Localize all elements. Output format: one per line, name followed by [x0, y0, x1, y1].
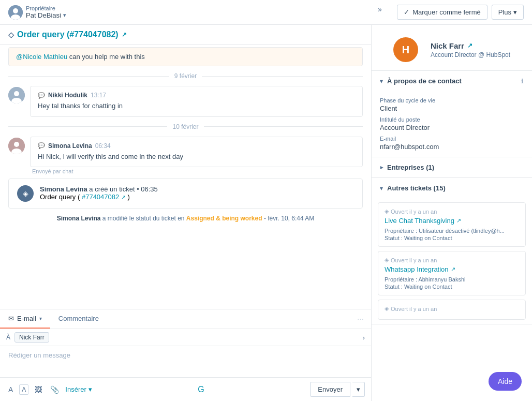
chat-meta-1: 💬 Nikki Hodulik 13:17 [38, 92, 355, 99]
top-bar: Propriétaire Pat DeBiasi ▾ ✓ Marquer com… [0, 0, 532, 25]
diamond-icon-2: ◈ [385, 257, 389, 263]
svg-point-1 [13, 8, 18, 13]
ticket-icon: ◇ [8, 31, 14, 39]
chat-bubble-1: 💬 Nikki Hodulik 13:17 Hey tal thanks for… [30, 86, 363, 117]
attachment-icon[interactable]: 📎 [48, 383, 61, 396]
image-icon[interactable]: 🖼 [33, 383, 44, 396]
job-label: Intitulé du poste [380, 116, 524, 123]
nicole-message: @Nicole Mathieu can you help me with thi… [8, 47, 363, 66]
avatar-nikki [8, 87, 25, 103]
mark-closed-button[interactable]: ✓ Marquer comme fermé [397, 5, 487, 20]
ticket-card-2-meta: ◈ Ouvert il y a un an [385, 257, 519, 263]
tab-email[interactable]: ✉ E-mail ▾ [0, 309, 50, 329]
font-size-icon[interactable]: A [6, 383, 15, 396]
svg-point-7 [14, 142, 19, 147]
ticket-external-link-icon: ↗ [121, 194, 126, 200]
email-icon: ✉ [8, 315, 14, 322]
nicole-mention-text: @Nicole Mathieu can you help me with thi… [16, 53, 145, 61]
section-companies: ▾ Entreprises (1) [372, 157, 532, 178]
chevron-about-icon: ▾ [380, 78, 383, 85]
svg-text:H: H [402, 44, 409, 55]
ticket1-external-link-icon[interactable]: ↗ [456, 217, 461, 224]
compose-area: ✉ E-mail ▾ Commentaire ⋯ À Nick Farr › R… [0, 309, 371, 401]
chevron-tickets-icon: ▾ [380, 185, 383, 192]
contact-info: Nick Farr ↗ Account Director @ HubSpot [431, 41, 510, 58]
section-companies-header[interactable]: ▾ Entreprises (1) [372, 157, 532, 177]
date-divider-2: 10 février [8, 123, 363, 130]
plus-button[interactable]: Plus ▾ [492, 5, 524, 20]
chat-meta-2: 💬 Simona Levina 06:34 [38, 142, 355, 150]
chevron-right-icon[interactable]: › [363, 334, 365, 341]
ticket-creator-line: Simona Levina a créé un ticket • 06:35 [40, 185, 354, 193]
aide-button[interactable]: Aide [489, 372, 522, 391]
tab-email-dropdown[interactable]: ▾ [39, 316, 42, 321]
compose-toolbar: A A 🖼 📎 Insérer ▾ G Envoyer ▾ [0, 377, 371, 401]
email-label: E-mail [380, 136, 524, 142]
section-about: ▾ À propos de ce contact ℹ Phase du cycl… [372, 71, 532, 157]
tab-comment[interactable]: Commentaire [50, 309, 107, 329]
chat-bubble-2: 💬 Simona Levina 06:34 Hi Nick, I will ve… [30, 137, 363, 168]
chat-bubble-2-wrapper: 💬 Simona Levina 06:34 Hi Nick, I will ve… [30, 137, 363, 175]
chevron-companies-icon: ▾ [378, 166, 385, 169]
text-format-icon[interactable]: A [19, 384, 28, 395]
job-value: Account Director [380, 124, 524, 131]
compose-tabs: ✉ E-mail ▾ Commentaire ⋯ [0, 309, 371, 329]
order-header: ◇ Order query (#774047082) ↗ [0, 25, 371, 45]
diamond-icon-1: ◈ [385, 208, 389, 215]
lifecycle-label: Phase du cycle de vie [380, 97, 524, 103]
to-line: À Nick Farr › [0, 329, 371, 346]
chat-area: @Nicole Mathieu can you help me with thi… [0, 45, 371, 309]
ticket-card-2-status: Statut : Waiting on Contact [385, 284, 519, 290]
top-bar-left: Propriétaire Pat DeBiasi ▾ [8, 5, 66, 20]
external-link-icon[interactable]: ↗ [122, 31, 127, 38]
svg-point-4 [14, 91, 19, 96]
lifecycle-value: Client [380, 105, 524, 112]
top-bar-actions: ✓ Marquer comme fermé Plus ▾ [397, 5, 524, 20]
section-tickets-header[interactable]: ▾ Autres tickets (15) [372, 178, 532, 198]
drag-handle: ⋯ [357, 309, 371, 329]
ticket-link-line: Order query ( #774047082 ↗ ) [40, 193, 354, 201]
email-value: nfarr@hubspot.com [380, 143, 524, 151]
ticket-card-3: ◈ Ouvert il y a un an [378, 300, 526, 320]
ticket-card-2-owner: Propriétaire : Abhimanyu Bakshi [385, 276, 519, 283]
diamond-icon-3: ◈ [385, 305, 389, 312]
chat-message-2: 💬 Simona Levina 06:34 Hi Nick, I will ve… [8, 137, 363, 175]
ticket-id-link[interactable]: #774047082 ↗ [82, 193, 128, 201]
chevron-down-icon: ▾ [513, 8, 517, 16]
chat-message-1: 💬 Nikki Hodulik 13:17 Hey tal thanks for… [8, 86, 363, 117]
status-change-line: Simona Levina a modifié le statut du tic… [8, 213, 363, 224]
section-tickets: ▾ Autres tickets (15) ◈ Ouvert il y a un… [372, 178, 532, 324]
section-about-body: Phase du cycle de vie Client Intitulé du… [372, 91, 532, 157]
chat-channel-icon-2: 💬 [38, 142, 45, 149]
send-buttons: Envoyer ▾ [310, 382, 365, 397]
chevron-down-icon-insert: ▾ [88, 385, 92, 393]
main-layout: ◇ Order query (#774047082) ↗ @Nicole Mat… [0, 25, 532, 401]
section-about-header[interactable]: ▾ À propos de ce contact ℹ [372, 71, 532, 91]
to-tag[interactable]: Nick Farr [14, 332, 49, 343]
info-icon[interactable]: ℹ [521, 78, 524, 85]
ticket-card-2-title: Whatsapp Integration ↗ [385, 265, 519, 273]
contact-name: Nick Farr ↗ [431, 41, 510, 50]
owner-name: Pat DeBiasi ▾ [26, 11, 66, 19]
ticket-card-1-meta: ◈ Ouvert il y a un an [385, 208, 519, 215]
ticket-created-icon: ◈ [17, 185, 34, 202]
message-compose-area[interactable]: Rédiger un message [0, 346, 371, 377]
ticket-card-1-title: Live Chat Thanksgiving ↗ [385, 217, 519, 225]
send-button[interactable]: Envoyer [310, 382, 350, 397]
right-panel: » H Nick Farr ↗ Account Director @ HubSp… [372, 25, 532, 401]
order-title: ◇ Order query (#774047082) ↗ [8, 30, 363, 39]
contact-external-link-icon[interactable]: ↗ [467, 42, 472, 49]
send-dropdown-button[interactable]: ▾ [352, 382, 365, 397]
insert-button[interactable]: Insérer ▾ [65, 385, 92, 393]
proprietaire-label: Propriétaire [26, 5, 66, 11]
date-divider-1: 9 février [8, 72, 363, 80]
ticket-card-1-status: Statut : Waiting on Contact [385, 235, 519, 241]
grammarly-icon[interactable]: G [198, 385, 204, 394]
contact-title: Account Director @ HubSpot [431, 51, 510, 58]
ticket-card-2: ◈ Ouvert il y a un an Whatsapp Integrati… [378, 251, 526, 295]
ticket2-external-link-icon[interactable]: ↗ [451, 266, 455, 273]
check-icon: ✓ [404, 8, 409, 16]
ticket-card-1: ◈ Ouvert il y a un an Live Chat Thanksgi… [378, 202, 526, 247]
ticket-card-1-owner: Propriétaire : Utilisateur désactivé (tl… [385, 228, 519, 234]
owner-avatar [8, 5, 23, 20]
